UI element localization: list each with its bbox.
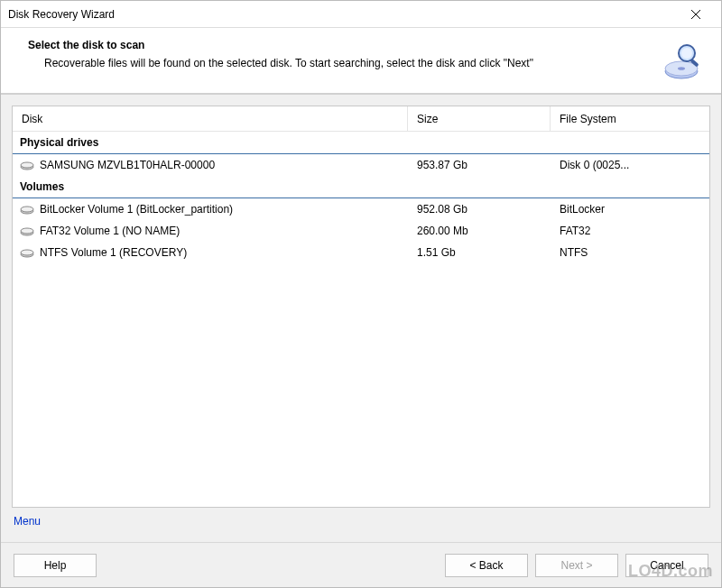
titlebar: Disk Recovery Wizard — [1, 1, 721, 28]
help-button[interactable]: Help — [14, 554, 97, 577]
wizard-header: Select the disk to scan Recoverable file… — [1, 28, 721, 95]
disk-name: SAMSUNG MZVLB1T0HALR-00000 — [40, 159, 215, 171]
wizard-header-text: Select the disk to scan Recoverable file… — [28, 39, 651, 71]
back-button[interactable]: < Back — [445, 554, 528, 577]
disk-size: 260.00 Mb — [408, 225, 551, 237]
button-bar: Help < Back Next > Cancel — [1, 542, 721, 587]
window-title: Disk Recovery Wizard — [8, 8, 678, 21]
close-button[interactable] — [678, 2, 714, 27]
close-icon — [691, 10, 700, 19]
wizard-header-subtitle: Recoverable files will be found on the s… — [28, 55, 569, 71]
disk-filesystem: Disk 0 (0025... — [551, 159, 709, 171]
disk-size: 1.51 Gb — [408, 246, 551, 259]
disk-filesystem: NTFS — [551, 246, 709, 259]
content-area: Disk Size File System Physical drives — [1, 95, 721, 542]
group-volumes: Volumes — [13, 176, 709, 198]
menu-link[interactable]: Menu — [12, 508, 710, 531]
disk-table: Disk Size File System Physical drives — [12, 106, 710, 508]
drive-icon — [20, 247, 34, 258]
table-header-row: Disk Size File System — [13, 106, 709, 132]
svg-point-6 — [681, 48, 692, 59]
drive-icon — [20, 204, 34, 215]
column-header-disk[interactable]: Disk — [13, 106, 408, 131]
svg-point-9 — [21, 162, 33, 168]
table-body: Physical drives SAMSUNG MZVLB1T0HALR-000… — [13, 132, 709, 263]
disk-name: BitLocker Volume 1 (BitLocker_partition) — [40, 203, 233, 216]
table-row[interactable]: SAMSUNG MZVLB1T0HALR-00000 953.87 Gb Dis… — [13, 154, 709, 176]
drive-icon — [20, 160, 34, 170]
column-header-size[interactable]: Size — [408, 106, 551, 131]
disk-size: 952.08 Gb — [408, 203, 551, 216]
cancel-button[interactable]: Cancel — [625, 554, 708, 577]
svg-point-4 — [678, 67, 685, 70]
svg-point-15 — [21, 250, 33, 255]
group-physical-drives: Physical drives — [13, 132, 709, 154]
wizard-window: Disk Recovery Wizard Select the disk to … — [0, 0, 722, 588]
disk-size: 953.87 Gb — [408, 159, 551, 171]
disk-filesystem: FAT32 — [551, 225, 709, 237]
table-row[interactable]: FAT32 Volume 1 (NO NAME) 260.00 Mb FAT32 — [13, 220, 709, 242]
disk-filesystem: BitLocker — [551, 203, 709, 216]
disk-name: NTFS Volume 1 (RECOVERY) — [40, 246, 187, 259]
disk-name: FAT32 Volume 1 (NO NAME) — [40, 225, 180, 237]
next-button[interactable]: Next > — [535, 554, 618, 577]
wizard-header-title: Select the disk to scan — [28, 39, 651, 51]
drive-icon — [20, 225, 34, 236]
magnifier-disk-icon — [660, 39, 703, 82]
table-row[interactable]: NTFS Volume 1 (RECOVERY) 1.51 Gb NTFS — [13, 242, 709, 263]
svg-point-13 — [21, 228, 33, 234]
table-row[interactable]: BitLocker Volume 1 (BitLocker_partition)… — [13, 198, 709, 220]
column-header-filesystem[interactable]: File System — [551, 106, 709, 131]
svg-point-11 — [21, 207, 33, 212]
